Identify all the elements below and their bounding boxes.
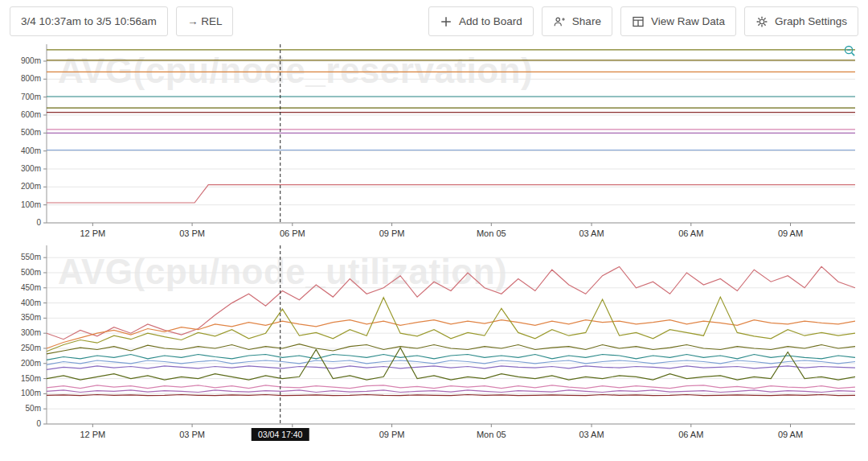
cursor-tooltip: 03/04 17:40 [252, 428, 309, 441]
x-tick-label: 06 AM [678, 430, 703, 439]
series-line[interactable] [47, 185, 855, 203]
x-tick-label: 09 PM [379, 430, 405, 439]
x-tick-label: 06 AM [678, 228, 703, 238]
series-line[interactable] [47, 360, 855, 364]
y-tick-label: 0 [36, 218, 41, 227]
y-tick-label: 900m [21, 56, 41, 65]
y-tick-label: 300m [21, 164, 41, 173]
x-tick-label: 03 PM [179, 430, 205, 439]
y-tick-label: 300m [21, 328, 41, 337]
y-tick-label: 450m [21, 283, 41, 292]
toolbar: 3/4 10:37am to 3/5 10:56am → REL Add to … [0, 0, 868, 41]
series-line[interactable] [47, 355, 855, 360]
y-tick-label: 150m [21, 374, 41, 383]
y-tick-label: 50m [26, 404, 41, 413]
y-tick-label: 600m [21, 110, 41, 119]
y-tick-label: 200m [21, 182, 41, 191]
y-tick-label: 400m [21, 298, 41, 307]
y-tick-label: 800m [21, 74, 41, 83]
series-line[interactable] [47, 344, 855, 354]
y-tick-label: 100m [21, 200, 41, 209]
x-tick-label: 06 PM [280, 228, 305, 238]
x-tick-label: 03 PM [179, 228, 205, 238]
x-tick-label: 03 AM [579, 430, 604, 439]
utilization-chart[interactable]: 050m100m150m200m250m300m350m400m450m500m… [6, 244, 862, 448]
y-tick-label: 0 [36, 419, 41, 428]
series-line[interactable] [47, 320, 855, 348]
share-button[interactable]: Share [542, 6, 612, 36]
y-tick-label: 500m [21, 128, 41, 137]
y-tick-label: 550m [21, 253, 41, 261]
series-line[interactable] [47, 366, 855, 370]
toolbar-left-group: 3/4 10:37am to 3/5 10:56am → REL [10, 6, 233, 36]
add-to-board-button[interactable]: Add to Board [428, 6, 534, 36]
x-tick-label: 09 AM [778, 228, 803, 238]
share-label: Share [572, 15, 601, 27]
x-tick-label: 12 PM [80, 430, 105, 439]
view-raw-data-label: View Raw Data [651, 15, 725, 27]
y-tick-label: 400m [21, 146, 41, 155]
x-tick-label: Mon 05 [477, 430, 506, 439]
zoom-out-icon[interactable] [843, 44, 857, 61]
x-tick-label: 03 AM [579, 228, 604, 238]
y-tick-label: 500m [21, 268, 41, 277]
add-to-board-label: Add to Board [459, 15, 522, 27]
time-range-button[interactable]: 3/4 10:37am to 3/5 10:56am [10, 6, 168, 36]
reservation-chart-block: AVG(cpu/node_reservation) 0100m200m300m4… [6, 43, 868, 242]
reservation-chart[interactable]: 0100m200m300m400m500m600m700m800m900m12 … [6, 43, 862, 242]
gear-icon [755, 15, 768, 28]
y-tick-label: 350m [21, 313, 41, 322]
x-tick-label: 09 AM [778, 430, 803, 439]
series-line[interactable] [47, 385, 855, 389]
toolbar-right-group: Add to Board Share View Raw Data [428, 6, 858, 36]
svg-text:03/04 17:40: 03/04 17:40 [258, 430, 303, 439]
y-tick-label: 200m [21, 359, 41, 368]
series-line[interactable] [47, 390, 855, 393]
x-tick-label: 12 PM [80, 228, 105, 238]
y-tick-label: 700m [21, 93, 41, 101]
graph-settings-button[interactable]: Graph Settings [744, 6, 858, 36]
x-tick-label: 09 PM [379, 228, 405, 238]
graph-page: 3/4 10:37am to 3/5 10:56am → REL Add to … [0, 0, 868, 448]
x-tick-label: Mon 05 [477, 228, 506, 238]
rel-button[interactable]: → REL [176, 6, 234, 36]
plus-icon [440, 15, 452, 28]
series-line[interactable] [47, 395, 855, 396]
table-icon [632, 15, 645, 28]
view-raw-data-button[interactable]: View Raw Data [620, 6, 736, 36]
utilization-chart-block: AVG(cpu/node_utilization) 050m100m150m20… [6, 244, 868, 448]
share-person-icon [553, 15, 566, 28]
y-tick-label: 100m [21, 389, 41, 397]
graph-settings-label: Graph Settings [775, 15, 847, 27]
y-tick-label: 250m [21, 344, 41, 352]
